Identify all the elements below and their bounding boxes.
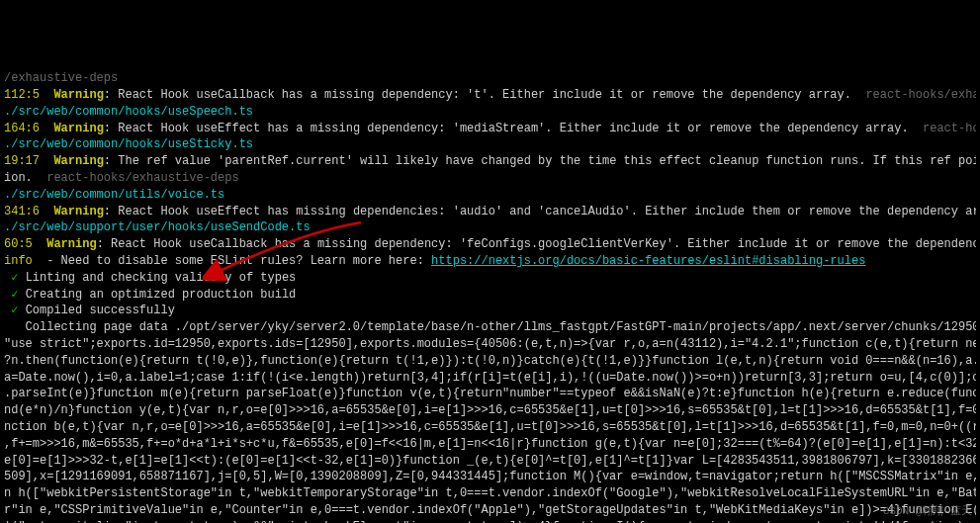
terminal-line: Collecting page data ./opt/server/yky/se… <box>4 319 976 336</box>
terminal-line: !("autocapitalize"in t.prototype),n&&"po… <box>4 519 976 523</box>
terminal-line: ?n.then(function(e){return t(!0,e)},func… <box>4 353 976 370</box>
terminal-line: ./src/web/support/user/hooks/useSendCode… <box>4 219 976 236</box>
terminal-line: nction b(e,t){var n,r,o=e[0]>>>16,a=6553… <box>4 419 976 436</box>
terminal-line: "use strict";exports.id=12950,exports.id… <box>4 336 976 353</box>
terminal-line: nd(e*n)/n}function y(e,t){var n,r,o=e[0]… <box>4 402 976 419</box>
terminal-line: ✓ Linting and checking validity of types <box>4 270 976 287</box>
terminal-line: ./src/web/common/hooks/useSticky.ts <box>4 136 976 153</box>
watermark: CSDN @翱翔-蓝天 <box>883 504 972 519</box>
terminal-line: a=Date.now(),i=0,a.label=1;case 1:if(!(i… <box>4 370 976 387</box>
terminal-line: .parseInt(e)}function m(e){return parseF… <box>4 386 976 402</box>
terminal-line: ✓ Creating an optimized production build <box>4 287 976 304</box>
terminal-line: 164:6 Warning: React Hook useEffect has … <box>4 121 976 137</box>
terminal-line: r"in e,"CSSPrimitiveValue"in e,"Counter"… <box>4 502 976 519</box>
terminal-line: 341:6 Warning: React Hook useEffect has … <box>4 204 976 220</box>
terminal-line: ,f+=m>>>16,m&=65535,f+=o*d+a*l+i*s+c*u,f… <box>4 436 976 453</box>
terminal-line: 509],x=[1291169091,658871167],j=[0,5],W=… <box>4 469 976 485</box>
terminal-line: 112:5 Warning: React Hook useCallback ha… <box>4 87 976 104</box>
terminal-line: ./src/web/common/utils/voice.ts <box>4 187 976 204</box>
terminal-line: 60:5 Warning: React Hook useCallback has… <box>4 236 976 253</box>
terminal-line: info - Need to disable some ESLint rules… <box>4 253 976 270</box>
terminal-line: ./src/web/common/hooks/useSpeech.ts <box>4 104 976 121</box>
terminal-line: ✓ Compiled successfully <box>4 303 976 319</box>
terminal-output: /exhaustive-deps112:5 Warning: React Hoo… <box>4 70 976 523</box>
terminal-line: 19:17 Warning: The ref value 'parentRef.… <box>4 153 976 170</box>
terminal-line: n h(["webkitPersistentStorage"in t,"webk… <box>4 485 976 502</box>
terminal-line: ion. react-hooks/exhaustive-deps <box>4 170 976 187</box>
terminal-line: /exhaustive-deps <box>4 70 976 87</box>
terminal-line: e[0]=e[1]>>>32-t,e[1]=e[1]<<t):(e[0]=e[1… <box>4 453 976 470</box>
